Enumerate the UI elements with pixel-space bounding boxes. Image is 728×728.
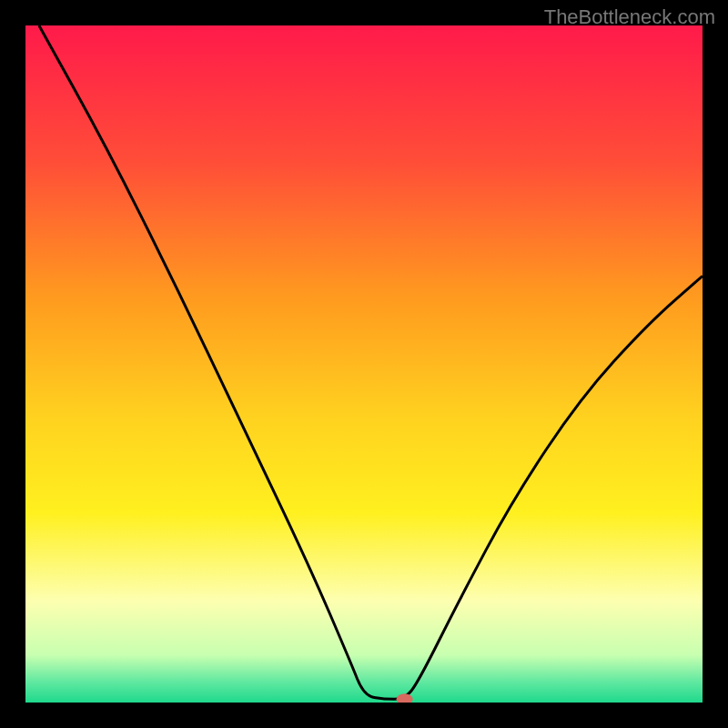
watermark-text: TheBottleneck.com bbox=[544, 5, 715, 29]
gradient-background bbox=[25, 25, 703, 703]
chart-container: TheBottleneck.com bbox=[0, 0, 728, 728]
plot-area bbox=[25, 25, 703, 703]
chart-svg bbox=[25, 25, 703, 703]
